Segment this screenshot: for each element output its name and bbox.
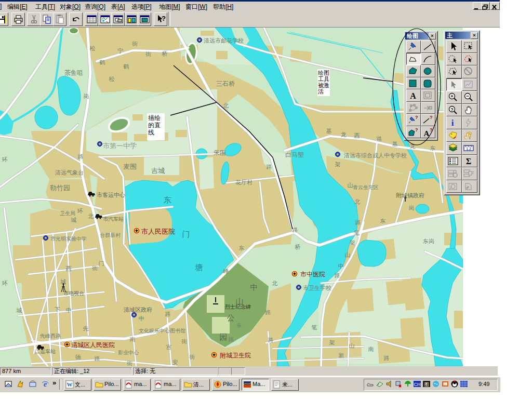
svg-text:勒竹园: 勒竹园 xyxy=(50,184,70,192)
svg-text:二运车站: 二运车站 xyxy=(35,349,56,354)
svg-text:龙: 龙 xyxy=(341,131,347,138)
svg-text:岗: 岗 xyxy=(84,93,89,99)
svg-text:市中医院: 市中医院 xyxy=(300,271,325,278)
svg-text:文化娱乐中心图书馆: 文化娱乐中心图书馆 xyxy=(139,328,185,334)
svg-text:麦围: 麦围 xyxy=(123,163,137,170)
svg-text:新: 新 xyxy=(339,352,344,358)
svg-text:路: 路 xyxy=(165,311,171,317)
svg-text:东: 东 xyxy=(239,245,245,251)
svg-text:门: 门 xyxy=(182,230,190,238)
svg-text:朱围: 朱围 xyxy=(214,149,226,156)
svg-text:西: 西 xyxy=(354,132,360,139)
svg-text:路: 路 xyxy=(292,227,298,233)
svg-text:清远气象台: 清远气象台 xyxy=(55,169,84,176)
svg-text:线: 线 xyxy=(148,129,154,136)
svg-text:清城区人民医院: 清城区人民医院 xyxy=(71,341,115,349)
svg-text:东: 东 xyxy=(236,322,242,328)
svg-text:街: 街 xyxy=(189,354,195,360)
svg-text:街: 街 xyxy=(92,265,98,271)
svg-text:市汽车站: 市汽车站 xyxy=(103,216,124,222)
svg-text:鹤: 鹤 xyxy=(99,59,105,65)
svg-text:清城区政府: 清城区政府 xyxy=(123,307,152,313)
svg-text:e: e xyxy=(44,380,47,388)
svg-text:卫生局: 卫生局 xyxy=(60,210,75,216)
svg-text:笔: 笔 xyxy=(312,324,317,330)
svg-text:?: ? xyxy=(415,127,418,132)
svg-text:烈士纪念碑: 烈士纪念碑 xyxy=(225,304,251,310)
svg-text:路: 路 xyxy=(355,219,361,225)
svg-text:公: 公 xyxy=(227,313,235,322)
svg-text:下: 下 xyxy=(55,306,60,312)
svg-text:北: 北 xyxy=(88,213,94,219)
svg-text:松: 松 xyxy=(90,45,96,51)
svg-text:门: 门 xyxy=(99,260,104,267)
svg-text:1.2: 1.2 xyxy=(466,147,471,151)
svg-text:南: 南 xyxy=(368,346,374,352)
svg-text:松: 松 xyxy=(109,76,115,82)
svg-text:基: 基 xyxy=(392,141,398,147)
svg-text:架: 架 xyxy=(329,339,335,345)
svg-text:环: 环 xyxy=(2,156,8,163)
svg-text:北: 北 xyxy=(354,198,361,205)
svg-text:青云生宅区: 青云生宅区 xyxy=(353,184,379,190)
svg-text:街: 街 xyxy=(127,360,133,366)
svg-text:市卫生学校: 市卫生学校 xyxy=(303,285,331,291)
svg-text:路: 路 xyxy=(335,272,340,278)
svg-text:安: 安 xyxy=(172,359,178,365)
svg-text:描绘: 描绘 xyxy=(148,114,161,122)
svg-text:环: 环 xyxy=(77,208,83,214)
svg-text:中: 中 xyxy=(250,283,258,291)
svg-text:桥: 桥 xyxy=(162,50,168,57)
svg-text:i: i xyxy=(451,118,454,128)
svg-text:东岗: 东岗 xyxy=(423,238,434,244)
svg-text:路: 路 xyxy=(229,336,234,342)
svg-text:基: 基 xyxy=(326,128,332,134)
svg-text:北: 北 xyxy=(223,102,229,109)
svg-text:吉城: 吉城 xyxy=(151,167,165,175)
svg-text:路: 路 xyxy=(265,309,271,315)
svg-text:北: 北 xyxy=(272,280,278,286)
svg-text:市客运中心: 市客运中心 xyxy=(97,192,125,198)
svg-text:西: 西 xyxy=(66,265,72,272)
svg-text:附城卫生院: 附城卫生院 xyxy=(220,352,251,359)
svg-text:清远市综合成人中专学校: 清远市综合成人中专学校 xyxy=(343,152,407,158)
svg-text:A: A xyxy=(410,91,416,100)
svg-text:W: W xyxy=(67,381,73,388)
svg-text:笔: 笔 xyxy=(354,230,360,236)
svg-text:山: 山 xyxy=(349,342,355,349)
svg-text:影业中心: 影业中心 xyxy=(118,350,139,355)
svg-text:岗: 岗 xyxy=(409,205,415,211)
svg-text:?: ? xyxy=(162,15,166,22)
svg-text:?: ? xyxy=(430,127,433,132)
svg-text:德: 德 xyxy=(75,354,82,360)
svg-text:市光明实验中学: 市光明实验中学 xyxy=(50,236,87,242)
svg-text:城: 城 xyxy=(16,307,22,313)
svg-text:工具: 工具 xyxy=(318,76,329,82)
svg-text:山: 山 xyxy=(348,182,353,188)
svg-text:A: A xyxy=(424,129,430,138)
svg-text:?: ? xyxy=(415,115,418,120)
svg-text:南: 南 xyxy=(130,336,136,342)
svg-text:路: 路 xyxy=(384,355,390,361)
svg-text:的直: 的直 xyxy=(148,122,161,129)
svg-text:?: ? xyxy=(450,107,454,112)
svg-text:绘图: 绘图 xyxy=(318,70,329,76)
svg-text:2: 2 xyxy=(472,170,474,175)
svg-text:白马塱: 白马塱 xyxy=(285,151,304,158)
svg-text:市人民医院: 市人民医院 xyxy=(141,228,175,235)
svg-text:Σ: Σ xyxy=(466,157,471,166)
svg-text:先: 先 xyxy=(83,325,89,331)
svg-text:中: 中 xyxy=(338,263,344,269)
svg-text:塘: 塘 xyxy=(195,263,203,272)
svg-text:街: 街 xyxy=(145,51,152,57)
svg-text:东: 东 xyxy=(380,218,386,224)
svg-text:东: 东 xyxy=(164,195,171,204)
svg-text:附城镇政府: 附城镇政府 xyxy=(396,192,424,198)
svg-text:路: 路 xyxy=(268,337,274,343)
svg-text:街: 街 xyxy=(181,338,188,344)
svg-text:中: 中 xyxy=(66,307,72,313)
svg-text:宁: 宁 xyxy=(118,48,124,54)
svg-text:架: 架 xyxy=(350,240,355,246)
svg-text:桥: 桥 xyxy=(295,244,301,250)
svg-text:花厅村: 花厅村 xyxy=(235,179,252,185)
